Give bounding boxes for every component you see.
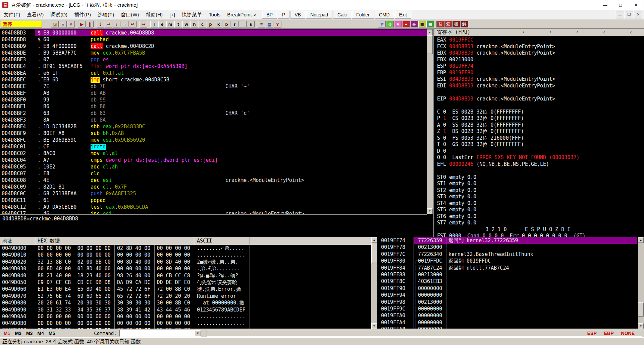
braces-icon[interactable]: {} xyxy=(386,21,394,27)
record-icon[interactable]: ● xyxy=(402,21,410,27)
register-line[interactable]: O 0 LastErr ERROR_SXS_KEY_NOT_FOUND (000… xyxy=(437,154,644,161)
stack-row[interactable]: 0019FF94│00000000 xyxy=(380,292,637,298)
command-input[interactable] xyxy=(120,330,121,336)
run-icon[interactable]: ▶ xyxy=(78,21,86,27)
disasm-row[interactable]: 004D8BE4.DF91 65ACABF5fist word ptr ds:[… xyxy=(0,63,427,70)
menu-item-[interactable]: 快捷菜单 xyxy=(178,10,205,20)
pause-icon[interactable]: ∥ xyxy=(86,21,94,27)
register-line[interactable]: P 1 CS 0023 32位 0(FFFFFFFF) xyxy=(437,115,644,122)
quick-button-folder[interactable]: Folder xyxy=(352,11,374,19)
stack-row[interactable]: 0019FF7800213000 xyxy=(380,244,637,251)
disasm-row[interactable]: 004D8BDE.B9 5BBA7F7Cmov ecx,0x7C7FBA5B xyxy=(0,50,427,56)
mdi-close-button[interactable]: ✕ xyxy=(634,11,642,18)
toolbar-letter-t-button[interactable]: t xyxy=(174,21,182,27)
toolbar-letter-c-button[interactable]: c xyxy=(199,21,206,27)
collapse-arrow-icon[interactable]: ‹ xyxy=(537,29,564,36)
swap-icon[interactable]: ⇄ xyxy=(378,21,386,27)
disasm-row[interactable]: 004D8BD8$60pushad xyxy=(0,36,427,43)
register-line[interactable]: ESI 004D8BD3 crackme.<ModuleEntryPoint> xyxy=(437,76,644,83)
quick-button-notepad[interactable]: Notepad xyxy=(306,11,332,19)
combo-dropdown-icon[interactable]: ▼ xyxy=(195,330,201,336)
m4-button[interactable]: M4 xyxy=(37,331,44,336)
toolbar-letter-b-button[interactable]: b xyxy=(223,21,230,27)
dump-row[interactable]: 0049D0B000 00 00 0000 00 00 0000 00 00 0… xyxy=(0,320,371,327)
dump-header-address[interactable]: 地址 xyxy=(0,237,35,245)
quick-button-calc[interactable]: Calc xyxy=(333,11,351,19)
disasm-row[interactable]: 004D8BEC.ˇEB 6Djmp short crackme.004D8C5… xyxy=(0,76,427,83)
mdi-minimize-button[interactable]: — xyxy=(616,11,624,18)
quick-button-cmd[interactable]: CMD xyxy=(375,11,394,19)
register-line[interactable]: D 0 xyxy=(437,148,644,155)
register-line[interactable]: ESP 0019FF74 xyxy=(437,63,644,70)
menu-item-[interactable]: [+] xyxy=(166,10,178,20)
maximize-button[interactable]: □ xyxy=(613,0,628,10)
register-line[interactable]: ST0 empty 0.0 xyxy=(437,174,644,181)
disasm-row[interactable]: 004D8C05.10E2adc dl,ah xyxy=(0,163,427,170)
toolbar-letter-k-button[interactable]: k xyxy=(215,21,222,27)
dump-row[interactable]: 0049D060E1 E3 00 E4E5 8D 40 0045 72 72 6… xyxy=(0,286,371,292)
brand-tile-jie[interactable]: 解 xyxy=(461,21,468,27)
disasm-row[interactable]: 004D8BE3.07pop es xyxy=(0,56,427,63)
toolbar-letter-blank-button[interactable] xyxy=(239,21,247,27)
dump-row[interactable]: 0049D08020 20 61 7420 30 30 3030 30 30 3… xyxy=(0,299,371,306)
help-icon[interactable]: ? xyxy=(274,21,281,27)
toolbar-letter-s-button[interactable]: s xyxy=(247,21,255,27)
dump-header-ascii[interactable]: ASCII xyxy=(194,237,250,245)
toolbar-letter-r-button[interactable]: r xyxy=(231,21,238,27)
disasm-row[interactable]: 004D8C09.82D1 81adc cl,-0x7F xyxy=(0,184,427,190)
stack-row[interactable]: 0019FF80┌0019FFDC返回到 0019FFDC xyxy=(380,258,637,264)
menu-item-v[interactable]: 查看(V) xyxy=(23,10,47,20)
register-line[interactable]: C 0 ES 002B 32位 0(FFFFFFFF) xyxy=(437,109,644,116)
scroll-up-icon[interactable]: ▲ xyxy=(371,237,377,243)
stack-row[interactable]: 0019FF84│77AB7C24返回到 ntdll.77AB7C24 xyxy=(380,265,637,271)
register-line[interactable]: S 0 FS 0053 32位 216000(FFF) xyxy=(437,135,644,142)
mdi-restore-button[interactable]: ❐ xyxy=(625,11,633,18)
font-icon[interactable]: A xyxy=(394,21,402,27)
m5-button[interactable]: M5 xyxy=(49,331,55,336)
register-line[interactable]: EDX 004D8BD3 crackme.<ModuleEntryPoint> xyxy=(437,50,644,57)
register-line[interactable]: EBP 0019FF80 xyxy=(437,70,644,76)
scroll-down-icon[interactable]: ▼ xyxy=(371,323,377,329)
dump-row[interactable]: 0049D01000 00 00 0000 00 00 0000 00 00 0… xyxy=(0,252,371,258)
register-line[interactable] xyxy=(437,167,644,174)
close-program-icon[interactable]: × xyxy=(67,21,75,27)
bottom-pane-splitter[interactable] xyxy=(377,237,378,329)
brand-tile-po[interactable]: 破 xyxy=(452,21,460,27)
dump-row[interactable]: 0049D03000 8D 40 0001 8D 40 0000 00 00 0… xyxy=(0,265,371,272)
register-line[interactable]: 3 2 1 0 E S P U O Z D I xyxy=(437,226,644,233)
disasm-row[interactable]: 004D8C0C.68 25138FAApush 0xAA8F1325 xyxy=(0,190,427,197)
scroll-down-icon[interactable]: ▼ xyxy=(638,323,644,329)
collapse-arrow-icon[interactable]: ‹ xyxy=(510,29,537,36)
quick-button-p[interactable]: P xyxy=(278,11,289,19)
disasm-row[interactable]: 004D8BEE7Edb 7ECHAR '~' xyxy=(0,83,427,90)
disasm-scrollbar[interactable]: ▲ ▼ xyxy=(427,29,433,214)
menu-item-tools[interactable]: Tools xyxy=(205,10,224,20)
disasm-row[interactable]: 004D8BF099db 99 xyxy=(0,96,427,103)
menu-item-w[interactable]: 窗口(W) xyxy=(117,10,142,20)
scroll-thumb[interactable] xyxy=(371,243,377,263)
disasm-row[interactable]: 004D8BD9.E8 4F000000call crackme.004D8C2… xyxy=(0,43,427,50)
register-line[interactable]: ST5 empty 0.0 xyxy=(437,207,644,213)
register-line[interactable]: ECX 004D8BD3 crackme.<ModuleEntryPoint> xyxy=(437,44,644,50)
disasm-row[interactable]: 004D8C08.4Edec esicrackme.<ModuleEntryPo… xyxy=(0,177,427,184)
animate-over-icon[interactable]: → xyxy=(121,21,128,27)
scroll-thumb[interactable] xyxy=(427,35,433,54)
toolbar-letter-l-button[interactable]: l xyxy=(150,21,158,27)
monitor-icon[interactable]: ▣ xyxy=(426,21,434,27)
menu-item-p[interactable]: 插件(P) xyxy=(71,10,94,20)
stack-row[interactable]: 0019FF7C77226340kernel32.BaseThreadInitT… xyxy=(380,251,637,258)
disasm-row[interactable]: 004D8BF1B6db B6 xyxy=(0,103,427,110)
stack-row[interactable]: 0019FF88│00213000 xyxy=(380,271,637,278)
pane-splitter[interactable] xyxy=(433,29,434,237)
dump-row[interactable]: 0049D050C9 D7 CF C8CD CE DB D8DA D9 CA D… xyxy=(0,279,371,286)
register-line[interactable]: EBX 00213000 xyxy=(437,57,644,63)
dump-header-hex[interactable]: HEX 数据 xyxy=(35,237,194,245)
register-line[interactable]: T 0 GS 002B 32位 0(FFFFFFFF) xyxy=(437,141,644,148)
disasm-row[interactable]: 004D8BF263db 63CHAR 'c' xyxy=(0,110,427,117)
dump-row[interactable]: 0049D07052 75 6E 7469 6D 65 2065 72 72 6… xyxy=(0,293,371,299)
execute-till-return-icon[interactable]: ↵ xyxy=(129,21,137,27)
windows-list-icon[interactable]: ▤ xyxy=(266,21,273,27)
menu-item-h[interactable]: 帮助(H) xyxy=(142,10,166,20)
animate-into-icon[interactable]: ↓ xyxy=(113,21,120,27)
brand-tile-wu[interactable]: 吾 xyxy=(436,21,444,27)
